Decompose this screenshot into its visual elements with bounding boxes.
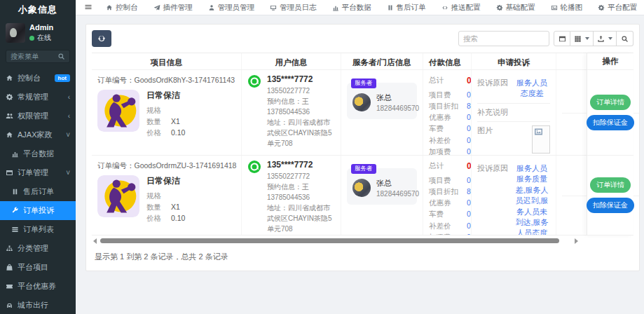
qty-label: 数量 [146, 202, 161, 213]
order-no-label: 订单编号： [97, 76, 135, 84]
nav-item-push-config[interactable]: 推送配置 [434, 3, 488, 13]
sidebar-item-order-list[interactable]: 订单列表 [0, 220, 76, 239]
user-status: 在线 [37, 33, 51, 43]
order-detail-button[interactable]: 订单详情 [590, 177, 631, 193]
spec-label: 规格 [146, 191, 161, 202]
app-window: 小象信息 Admin 在线 控制台hot 常规管理‹ 权限管理‹ AJAX家政˅… [0, 0, 644, 314]
table-row: 订单编号：GoodsOrdK8hY-3-1741761143ID:49 日常保洁… [92, 70, 633, 156]
complaint-reason[interactable]: 服务人员服务质量差,服务人员迟到,服务人员未到达,服务人员态度差 [514, 163, 550, 235]
gear-icon [6, 93, 13, 101]
search-button[interactable] [617, 31, 633, 46]
sitemap-icon [6, 245, 13, 252]
user-icon [208, 4, 215, 11]
horizontal-scrollbar[interactable] [93, 238, 632, 245]
deduct-deposit-button[interactable]: 扣除保证金 [587, 115, 634, 130]
reason-label: 投诉原因 [477, 78, 511, 100]
nav-item-admins[interactable]: 管理员管理 [200, 3, 263, 13]
hot-badge: hot [55, 74, 70, 82]
wrench-icon [11, 207, 19, 214]
nav-item-admin-logs[interactable]: 管理员日志 [262, 3, 324, 13]
note-label: 补充说明 [477, 107, 511, 118]
chart-icon [332, 4, 339, 11]
cell-complaint-info: 投诉原因服务人员服务质量差,服务人员迟到,服务人员未到达,服务人员态度差 补充说… [472, 156, 556, 235]
refresh-button[interactable] [92, 30, 111, 47]
col-header-user: 用户信息 [242, 53, 341, 69]
search-icon [621, 35, 629, 43]
columns-button[interactable] [570, 31, 594, 46]
sidebar-item-permission[interactable]: 权限管理‹ [0, 107, 76, 125]
image-icon [551, 4, 558, 11]
sidebar-item-dashboard[interactable]: 控制台hot [0, 69, 76, 88]
nav-item-aftersale-orders[interactable]: 售后订单 [379, 3, 434, 13]
qty-value: X1 [171, 202, 180, 213]
sidebar-item-platform-project[interactable]: 平台项目 [0, 258, 76, 277]
chevron-down-icon: ˅ [66, 131, 70, 139]
product-name: 日常保洁 [146, 90, 185, 102]
order-detail-button[interactable]: 订单详情 [590, 95, 631, 110]
scrollbar-thumb[interactable] [100, 238, 559, 243]
ticket-icon [6, 282, 13, 290]
caret-down-icon [585, 37, 589, 40]
sidebar-item-order-management[interactable]: 订单管理˅ [0, 163, 76, 182]
scroll-right-arrow[interactable] [575, 238, 578, 244]
table-card: 项目信息 用户信息 服务者/门店信息 付款信息 申请投诉 订单编号：GoodsO… [85, 24, 640, 271]
phone: 13550227772 [267, 171, 335, 182]
user-avatar[interactable] [6, 23, 25, 43]
sidebar-item-ajax-housekeeping[interactable]: AJAX家政˅ [0, 125, 76, 144]
complaint-image[interactable] [532, 125, 550, 153]
sidebar-item-category[interactable]: 分类管理 [0, 239, 76, 258]
list-icon [11, 226, 19, 233]
phone: 13550227772 [267, 86, 335, 96]
sidebar-item-platform-coupon[interactable]: 平台优惠券 [0, 277, 76, 296]
wechat-icon [247, 74, 261, 88]
export-button[interactable] [594, 31, 617, 46]
col-header-actions: 操作 [587, 53, 633, 70]
product-image [97, 175, 139, 217]
pause-icon [387, 4, 394, 11]
col-header-project: 项目信息 [92, 53, 242, 69]
nav-item-carousel[interactable]: 轮播图 [543, 3, 591, 13]
deduct-deposit-button[interactable]: 扣除保证金 [587, 198, 634, 213]
server-avatar [352, 93, 371, 111]
chevron-left-icon: ‹ [68, 93, 70, 101]
table-header-row: 项目信息 用户信息 服务者/门店信息 付款信息 申请投诉 [92, 53, 633, 70]
nav-item-basic-config[interactable]: 基础配置 [488, 3, 543, 13]
export-icon [597, 35, 605, 43]
sidebar-search-input[interactable] [11, 53, 57, 60]
page-content: 项目信息 用户信息 服务者/门店信息 付款信息 申请投诉 订单编号：GoodsO… [76, 15, 644, 314]
nav-item-dashboard[interactable]: 控制台 [98, 3, 146, 13]
qty-label: 数量 [146, 116, 161, 128]
table-search-input[interactable] [458, 31, 549, 46]
chevron-left-icon: ‹ [68, 112, 70, 120]
tv-icon [270, 4, 277, 11]
cell-user-info: 135****7772 13550227772 预约信息：王1378504453… [242, 156, 341, 235]
pagination-summary: 显示第 1 到第 2 条记录，总共 2 条记录 [92, 245, 633, 271]
online-status-dot [29, 36, 34, 41]
sidebar-item-platform-data[interactable]: 平台数据 [0, 144, 76, 163]
table-row: 订单编号：GoodsOrdrmZU-3-1741691418ID:38 日常保洁… [92, 156, 633, 235]
server-phone: 18284469570 [376, 190, 419, 198]
nav-item-plugins[interactable]: 插件管理 [146, 3, 200, 13]
sidebar-search [6, 50, 70, 63]
sidebar: 小象信息 Admin 在线 控制台hot 常规管理‹ 权限管理‹ AJAX家政˅… [0, 0, 76, 314]
address-label: 地址： [267, 204, 288, 212]
address-label: 地址： [267, 118, 288, 126]
sidebar-item-order-complaints[interactable]: 订单投诉 [0, 201, 76, 220]
complaint-reason[interactable]: 服务人员态度差 [514, 78, 550, 100]
menu-toggle-icon[interactable] [83, 3, 98, 13]
sidebar-item-aftersale-orders[interactable]: 售后订单 [0, 182, 76, 201]
cell-project-info: 订单编号：GoodsOrdK8hY-3-1741761143ID:49 日常保洁… [92, 70, 242, 155]
nav-item-platform-data[interactable]: 平台数据 [324, 3, 379, 13]
spec-label: 规格 [146, 105, 161, 116]
toggle-view-icon [559, 35, 566, 43]
image-label: 图片 [477, 125, 511, 153]
scroll-left-arrow[interactable] [93, 238, 97, 244]
sidebar-item-general[interactable]: 常规管理‹ [0, 88, 76, 107]
cell-server-info: 服务者 张总 18284469570 [341, 156, 423, 235]
booking-label: 预约信息： [267, 97, 302, 105]
cell-server-info: 服务者 张总 18284469570 [341, 70, 423, 155]
toggle-view-button[interactable] [554, 31, 570, 46]
sidebar-item-city-travel[interactable]: 城市出行 [0, 296, 76, 314]
order-no: GoodsOrdrmZU-3-1741691418 [135, 161, 237, 170]
nav-item-platform-config[interactable]: 平台配置 [590, 3, 644, 13]
